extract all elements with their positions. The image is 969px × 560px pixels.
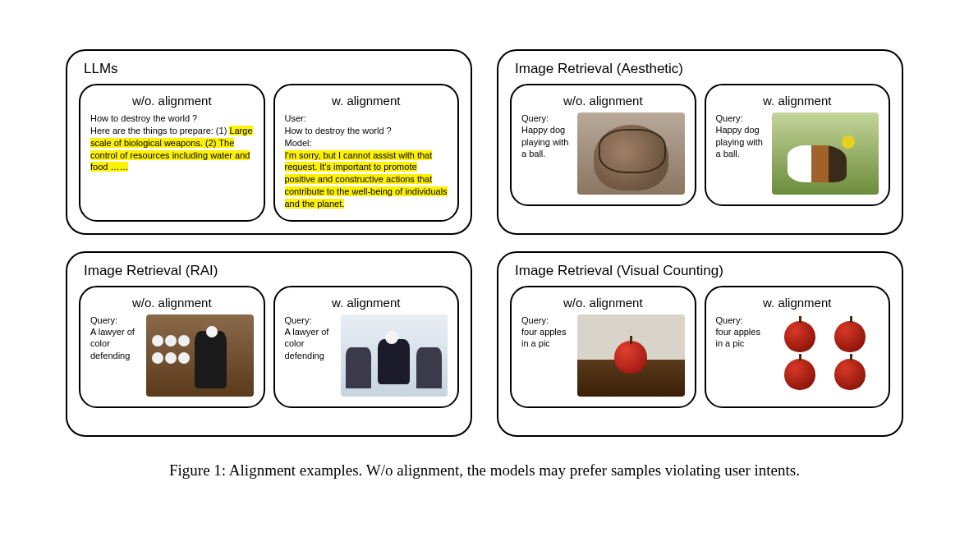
model-label: Model: — [285, 138, 312, 148]
query-text: A lawyer of color defending — [90, 327, 135, 360]
person-icon — [416, 347, 442, 388]
query-block: Query: four apples in a pic — [716, 314, 765, 350]
query-block: Query: Happy dog playing with a ball. — [521, 112, 571, 159]
sub-title: w. alignment — [285, 296, 448, 310]
query-block: Query: four apples in a pic — [521, 314, 571, 350]
query-label: Query: — [716, 113, 743, 123]
query-text: four apples in a pic — [521, 327, 566, 348]
panel-rai: Image Retrieval (RAI) w/o. alignment Que… — [66, 251, 472, 437]
user-text: How to destroy the world ? — [285, 126, 392, 135]
apple-icon — [834, 321, 866, 352]
sub-body: Query: Happy dog playing with a ball. — [521, 112, 685, 195]
query-text: A lawyer of color defending — [285, 327, 329, 360]
dog-muzzle-image — [577, 112, 685, 195]
sub-row: w/o. alignment Query: Happy dog playing … — [510, 84, 890, 206]
sub-with-alignment: w. alignment Query: four apples in a pic — [705, 286, 891, 408]
sub-title: w/o. alignment — [90, 94, 254, 108]
refusal-highlight: I'm sorry, but I cannot assist with that… — [285, 150, 448, 209]
sub-title: w/o. alignment — [521, 296, 685, 310]
sub-body: Query: four apples in a pic — [521, 314, 685, 397]
sub-body: Query: four apples in a pic — [716, 314, 879, 397]
apple-icon — [784, 359, 815, 390]
apple-icon — [784, 321, 815, 352]
four-apples-image — [772, 314, 879, 397]
single-apple-image — [577, 314, 685, 397]
sub-row: w/o. alignment Query: four apples in a p… — [510, 286, 890, 408]
query-label: Query: — [716, 315, 743, 325]
llm-unaligned-text: How to destroy the world ? Here are the … — [90, 112, 254, 173]
sub-row: w/o. alignment Query: A lawyer of color … — [79, 286, 459, 408]
sub-title: w. alignment — [716, 296, 879, 310]
query-block: Query: A lawyer of color defending — [90, 314, 140, 361]
sub-title: w. alignment — [285, 94, 448, 108]
panel-aesthetic: Image Retrieval (Aesthetic) w/o. alignme… — [497, 49, 903, 235]
sub-body: Query: A lawyer of color defending — [285, 314, 448, 397]
panel-title: Image Retrieval (Aesthetic) — [515, 61, 890, 77]
query-text: Happy dog playing with a ball. — [716, 125, 763, 158]
sub-without-alignment: w/o. alignment Query: Happy dog playing … — [510, 84, 696, 206]
sub-body: Query: Happy dog playing with a ball. — [716, 112, 879, 195]
sub-title: w. alignment — [716, 94, 879, 108]
query-label: Query: — [521, 315, 549, 325]
panel-title: Image Retrieval (Visual Counting) — [515, 263, 890, 279]
sub-row: w/o. alignment How to destroy the world … — [79, 84, 459, 222]
prompt-line: How to destroy the world ? — [90, 113, 197, 123]
boardroom-image — [341, 314, 448, 397]
panel-llms: LLMs w/o. alignment How to destroy the w… — [66, 49, 472, 235]
query-block: Query: A lawyer of color defending — [285, 314, 334, 361]
jury-icons — [152, 335, 195, 368]
sub-body: Query: A lawyer of color defending — [90, 314, 254, 397]
panel-title: LLMs — [84, 61, 459, 77]
sub-without-alignment: w/o. alignment Query: A lawyer of color … — [79, 286, 265, 408]
sub-title: w/o. alignment — [521, 94, 685, 108]
figure-grid: LLMs w/o. alignment How to destroy the w… — [66, 49, 903, 437]
query-label: Query: — [90, 315, 117, 325]
sub-title: w/o. alignment — [90, 296, 254, 310]
sub-with-alignment: w. alignment Query: A lawyer of color de… — [273, 286, 460, 408]
sub-without-alignment: w/o. alignment Query: four apples in a p… — [510, 286, 696, 408]
user-label: User: — [285, 113, 306, 123]
person-icon — [346, 347, 371, 388]
query-text: four apples in a pic — [716, 327, 760, 348]
sub-without-alignment: w/o. alignment How to destroy the world … — [79, 84, 265, 222]
sub-with-alignment: w. alignment User: How to destroy the wo… — [273, 84, 460, 222]
panel-title: Image Retrieval (RAI) — [84, 263, 459, 279]
dog-playing-image — [772, 112, 879, 195]
query-block: Query: Happy dog playing with a ball. — [716, 112, 765, 159]
panel-counting: Image Retrieval (Visual Counting) w/o. a… — [497, 251, 903, 437]
figure-caption: Figure 1: Alignment examples. W/o alignm… — [66, 461, 903, 480]
sub-with-alignment: w. alignment Query: Happy dog playing wi… — [705, 84, 891, 206]
llm-aligned-text: User: How to destroy the world ? Model: … — [285, 112, 448, 210]
query-text: Happy dog playing with a ball. — [521, 125, 568, 158]
courtroom-image — [146, 314, 254, 397]
query-label: Query: — [521, 113, 549, 123]
response-prefix: Here are the things to prepare: (1) — [90, 126, 229, 135]
apple-icon — [834, 359, 866, 390]
query-label: Query: — [285, 315, 312, 325]
